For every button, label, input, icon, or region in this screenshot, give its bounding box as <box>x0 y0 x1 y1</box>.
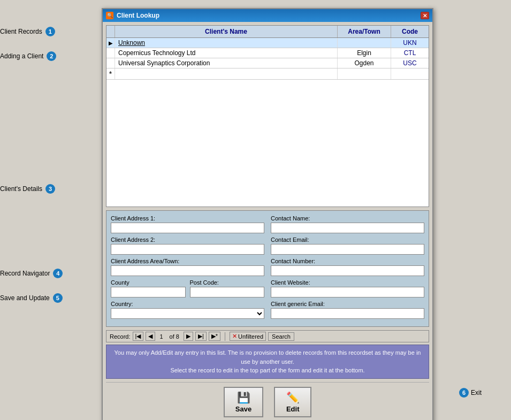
info-text: You may only Add/Edit any entry in this … <box>115 349 421 373</box>
table-row[interactable]: ▶ Unknown UKN <box>106 38 429 48</box>
contact-name-input[interactable] <box>271 223 424 233</box>
country-group: Country: <box>111 301 264 319</box>
badge-3: 3 <box>45 184 55 194</box>
address1-label: Client Address 1: <box>111 215 264 222</box>
website-group: Client Website: <box>271 279 424 297</box>
sidebar-item-client-records[interactable]: Client Records 1 <box>0 27 99 36</box>
nav-new-button[interactable]: ▶* <box>209 332 220 341</box>
website-input[interactable] <box>271 287 424 297</box>
table-row-new[interactable]: * <box>106 68 429 80</box>
new-row-marker: * <box>106 68 115 79</box>
address2-label: Client Address 2: <box>111 236 264 243</box>
contact-number-label: Contact Number: <box>271 258 424 264</box>
row-area: Elgin <box>338 48 391 58</box>
nav-prev-button[interactable]: ◀ <box>146 332 155 341</box>
right-column: Contact Name: Contact Email: Contact Num… <box>271 215 424 322</box>
row-code-new <box>391 68 429 79</box>
record-num: 1 <box>159 333 163 340</box>
client-table-container: Client's Name Area/Town Code ▶ Unknown U… <box>106 25 429 207</box>
postcode-label: Post Code: <box>190 279 265 286</box>
nav-first-button[interactable]: |◀ <box>133 332 144 341</box>
county-group: County <box>111 279 186 297</box>
row-name: Unknown <box>115 38 338 48</box>
address2-input[interactable] <box>111 244 264 255</box>
contact-email-input[interactable] <box>271 244 424 255</box>
title-bar: 🔍 Client Lookup ✕ <box>103 9 432 22</box>
address2-group: Client Address 2: <box>111 236 264 255</box>
filter-icon: ✕ <box>232 333 237 340</box>
sidebar-label-clients-details: Client's Details <box>0 185 42 193</box>
row-area <box>338 38 391 48</box>
address1-group: Client Address 1: <box>111 215 264 233</box>
window-body: Client's Name Area/Town Code ▶ Unknown U… <box>103 22 432 420</box>
navigator-bar: Record: |◀ ◀ 1 of 8 ▶ ▶| ▶* ✕ Unfiltered… <box>106 330 429 342</box>
county-label: County <box>111 279 186 286</box>
bottom-bar: 💾 Save ✏️ Edit <box>106 382 429 421</box>
title-bar-left: 🔍 Client Lookup <box>106 12 159 19</box>
contact-email-label: Contact Email: <box>271 236 424 243</box>
edit-icon: ✏️ <box>286 391 300 404</box>
record-label: Record: <box>110 333 131 340</box>
generic-email-group: Client generic Email: <box>271 301 424 319</box>
area-input[interactable] <box>111 265 264 276</box>
area-group: Client Address Area/Town: <box>111 258 264 276</box>
row-arrow <box>106 58 115 68</box>
client-lookup-window: 🔍 Client Lookup ✕ Client's Name Area/Tow… <box>102 8 433 420</box>
postcode-input[interactable] <box>190 287 265 297</box>
contact-email-group: Contact Email: <box>271 236 424 255</box>
exit-label: Exit <box>471 389 482 396</box>
row-name: Universal Synaptics Corporation <box>115 58 338 68</box>
address1-input[interactable] <box>111 223 264 233</box>
nav-last-button[interactable]: ▶| <box>195 332 207 341</box>
row-code: USC <box>391 58 429 68</box>
badge-2: 2 <box>47 51 56 61</box>
badge-5: 5 <box>53 293 63 303</box>
nav-next-button[interactable]: ▶ <box>184 332 193 341</box>
website-label: Client Website: <box>271 279 424 286</box>
save-icon: 💾 <box>237 391 250 404</box>
sidebar-label-record-navigator: Record Navigator <box>0 270 50 277</box>
edit-label: Edit <box>286 405 300 413</box>
area-label: Client Address Area/Town: <box>111 258 264 264</box>
row-code: CTL <box>391 48 429 58</box>
country-select[interactable] <box>111 308 264 319</box>
table-row[interactable]: Universal Synaptics Corporation Ogden US… <box>106 58 429 68</box>
sidebar-item-adding-client[interactable]: Adding a Client 2 <box>0 51 99 61</box>
sidebar-item-save-update[interactable]: Save and Update 5 <box>0 293 99 303</box>
sidebar-label-adding-client: Adding a Client <box>0 52 43 60</box>
left-column: Client Address 1: Client Address 2: Clie… <box>111 215 264 322</box>
table-row[interactable]: Copernicus Technology Ltd Elgin CTL <box>106 48 429 58</box>
row-arrow <box>106 48 115 58</box>
row-area-new <box>338 68 391 79</box>
th-name: Client's Name <box>115 26 338 37</box>
search-button[interactable]: Search <box>268 332 294 341</box>
filter-label: Unfiltered <box>238 333 263 340</box>
badge-4: 4 <box>53 269 63 278</box>
contact-name-label: Contact Name: <box>271 215 424 222</box>
details-grid: Client Address 1: Client Address 2: Clie… <box>111 215 424 322</box>
county-postcode-group: County Post Code: <box>111 279 264 301</box>
postcode-group: Post Code: <box>190 279 265 297</box>
save-button[interactable]: 💾 Save <box>224 387 263 417</box>
contact-number-input[interactable] <box>271 265 424 276</box>
info-box: You may only Add/Edit any entry in this … <box>106 345 429 379</box>
badge-1: 1 <box>45 27 55 36</box>
generic-email-input[interactable] <box>271 308 424 319</box>
row-arrow: ▶ <box>106 38 115 48</box>
close-button[interactable]: ✕ <box>421 12 429 19</box>
save-label: Save <box>235 405 251 413</box>
sidebar-label-save-update: Save and Update <box>0 294 50 302</box>
row-area: Ogden <box>338 58 391 68</box>
nav-separator <box>225 332 225 341</box>
table-body: ▶ Unknown UKN Copernicus Technology Ltd … <box>106 38 429 80</box>
row-name: Copernicus Technology Ltd <box>115 48 338 58</box>
sidebar: Client Records 1 Adding a Client 2 Clien… <box>0 16 99 318</box>
county-input[interactable] <box>111 287 186 297</box>
sidebar-item-record-navigator[interactable]: Record Navigator 4 <box>0 269 99 278</box>
edit-button[interactable]: ✏️ Edit <box>274 387 311 417</box>
of-label: of 8 <box>170 333 179 340</box>
window-title: Client Lookup <box>117 12 159 19</box>
sidebar-item-clients-details[interactable]: Client's Details 3 <box>0 184 99 194</box>
row-name-new <box>115 68 338 79</box>
nav-filter-button[interactable]: ✕ Unfiltered <box>230 332 266 341</box>
